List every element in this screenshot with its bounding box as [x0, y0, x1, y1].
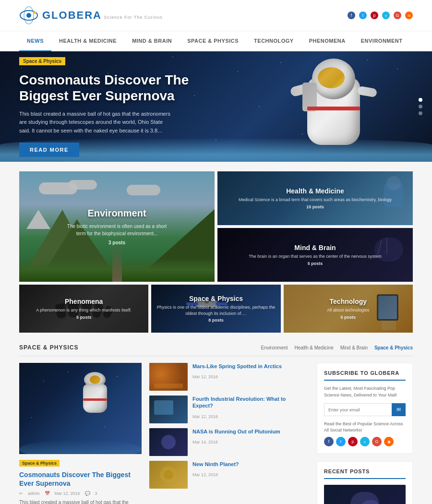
hero-read-more-button[interactable]: READ MORE	[19, 143, 79, 157]
mind-card-content: Mind & Brain The brain is an organ that …	[217, 228, 413, 282]
side-article-3-image	[149, 428, 188, 456]
nav-item-health[interactable]: HEALTH & MEDICINE	[51, 31, 124, 50]
side-article-2-title[interactable]: Fourth Industrial Revolution: What to Ex…	[192, 396, 307, 409]
hero-description: This blast created a massive ball of hot…	[19, 110, 173, 135]
main-content: Environment The biotic environment is of…	[0, 162, 432, 504]
slider-dot-1[interactable]	[419, 98, 422, 102]
sidebar-twitter-icon[interactable]: t	[336, 437, 346, 446]
nav-item-technology[interactable]: TECHNOLOGY	[246, 31, 301, 50]
side-article-3-content: NASA is Running Out of Plutonium Mar 14,…	[192, 428, 307, 445]
subscribe-form: ✉	[324, 403, 406, 416]
rss-icon[interactable]: ☠	[405, 12, 413, 19]
logo-name[interactable]: GLOBERA	[42, 9, 102, 21]
side-article-2-content: Fourth Industrial Revolution: What to Ex…	[192, 396, 307, 420]
environment-card-count: 3 posts	[108, 240, 125, 245]
sidebar-rss-icon[interactable]: ◉	[384, 437, 394, 446]
articles-layout: Space & Physics Cosmonauts Discover The …	[19, 363, 307, 504]
category-card-space[interactable]: Space & Physics Physics is one of the ol…	[151, 285, 280, 333]
side-article-4-title[interactable]: New Ninth Planet?	[192, 461, 307, 468]
filter-environment[interactable]: Environment	[261, 345, 288, 350]
phenomena-card-count: 5 posts	[76, 315, 92, 320]
health-card-content: Health & Medicine Medical Science is a b…	[217, 171, 413, 225]
logo-tagline: Science For The Curious	[104, 15, 162, 20]
side-article-2-image	[149, 396, 188, 423]
side-article-2: Fourth Industrial Revolution: What to Ex…	[149, 396, 307, 423]
health-card-count: 10 posts	[306, 204, 324, 209]
main-article: Space & Physics Cosmonauts Discover The …	[19, 363, 142, 504]
filter-health[interactable]: Health & Medicine	[295, 345, 334, 350]
space-card-title: Space & Physics	[189, 295, 243, 302]
health-card-title: Health & Medicine	[286, 187, 344, 195]
phenomena-card-title: Phenomena	[65, 298, 103, 305]
category-card-technology[interactable]: Technology All about technologies 5 post…	[284, 285, 413, 333]
article-author-icon: ✏	[19, 491, 23, 496]
category-card-health[interactable]: Health & Medicine Medical Science is a b…	[217, 171, 413, 225]
header: GLOBERA Science For The Curious f t p v …	[0, 0, 432, 31]
side-article-1-date: Mar 12, 2016	[192, 374, 218, 379]
side-article-1-title[interactable]: Mars-Like Spring Spotted in Arctics	[192, 363, 307, 370]
hero-title: Cosmonauts Discover The Biggest Ever Sup…	[19, 72, 211, 104]
sidebar-gplus-icon[interactable]: G	[372, 437, 382, 446]
subscribe-box: SUBSCRIBE TO GLOBERA Get the Latest, Mos…	[317, 363, 413, 454]
main-article-tag-wrapper: Space & Physics	[19, 458, 142, 467]
twitter-icon[interactable]: t	[359, 12, 367, 19]
section-filters: Environment Health & Medicine Mind & Bra…	[261, 345, 413, 350]
section-header: SPACE & PHYSICS Environment Health & Med…	[19, 344, 413, 356]
article-comments: 3	[95, 491, 97, 496]
logo-text: GLOBERA Science For The Curious	[42, 9, 163, 22]
slider-dot-3[interactable]	[419, 111, 422, 115]
side-article-3-title[interactable]: NASA is Running Out of Plutonium	[192, 428, 307, 435]
main-article-image	[19, 363, 142, 454]
recent-posts-title: RECENT POSTS	[324, 468, 406, 479]
main-article-meta: ✏ admin 📅 Mar 12, 2016 💬 3	[19, 491, 142, 496]
filter-space[interactable]: Space & Physics	[374, 345, 413, 350]
filter-mind[interactable]: Mind & Brain	[340, 345, 368, 350]
tech-card-title: Technology	[330, 298, 367, 305]
nav-item-environment[interactable]: ENVIRONMENT	[353, 31, 410, 50]
sidebar-vimeo-icon[interactable]: v	[360, 437, 370, 446]
section-title: SPACE & PHYSICS	[19, 344, 78, 351]
subscribe-submit-button[interactable]: ✉	[392, 403, 406, 416]
content-area: Space & Physics Cosmonauts Discover The …	[19, 363, 413, 504]
article-author: admin	[28, 491, 40, 496]
space-card-count: 8 posts	[208, 318, 224, 323]
hero-content: Space & Physics Cosmonauts Discover The …	[0, 51, 230, 162]
nav-item-mind[interactable]: MIND & BRAIN	[124, 31, 180, 50]
category-card-mind[interactable]: Mind & Brain The brain is an organ that …	[217, 228, 413, 282]
phenomena-card-desc: A phenomenon is any thing which manifest…	[36, 307, 132, 313]
environment-card-desc: The biotic environment is often used as …	[64, 223, 170, 237]
mind-card-title: Mind & Brain	[294, 244, 336, 252]
hero-slider-dots	[419, 98, 422, 115]
side-article-3-date: Mar 14, 2016	[192, 440, 218, 444]
sidebar-facebook-icon[interactable]: f	[324, 437, 334, 446]
category-grid-top: Environment The biotic environment is of…	[19, 171, 413, 282]
vimeo-icon[interactable]: v	[382, 12, 390, 19]
googleplus-icon[interactable]: G	[394, 12, 401, 19]
subscribe-email-input[interactable]	[324, 403, 392, 416]
slider-dot-2[interactable]	[419, 105, 422, 108]
svg-point-3	[33, 11, 36, 14]
sidebar-pinterest-icon[interactable]: p	[348, 437, 358, 446]
category-card-environment[interactable]: Environment The biotic environment is of…	[19, 171, 215, 282]
side-article-4-content: New Ninth Planet? Mar 12, 2016	[192, 461, 307, 478]
side-article-4: New Ninth Planet? Mar 12, 2016	[149, 461, 307, 489]
facebook-icon[interactable]: f	[348, 12, 355, 19]
main-article-title[interactable]: Cosmonauts Discover The Biggest Ever Sup…	[19, 470, 142, 488]
category-card-phenomena[interactable]: Phenomena A phenomenon is any thing whic…	[19, 285, 148, 333]
nav-item-phenomena[interactable]: PHENOMENA	[301, 31, 353, 50]
pinterest-icon[interactable]: p	[371, 12, 378, 19]
svg-point-2	[26, 13, 31, 18]
category-right-column: Health & Medicine Medical Science is a b…	[217, 171, 413, 282]
side-article-3: NASA is Running Out of Plutonium Mar 14,…	[149, 428, 307, 456]
nav-item-news[interactable]: NEWS	[19, 31, 51, 51]
side-articles-list: Mars-Like Spring Spotted in Arctics Mar …	[149, 363, 307, 504]
articles-area: Space & Physics Cosmonauts Discover The …	[19, 363, 307, 504]
nav-item-space[interactable]: SPACE & PHYSICS	[180, 31, 246, 50]
tech-card-desc: All about technologies	[327, 307, 369, 313]
subscribe-description: Get the Latest, Most Fascinating Pop Sci…	[324, 385, 406, 398]
article-date-icon: 📅	[45, 491, 50, 496]
side-article-1-image	[149, 363, 188, 391]
social-icons-header: f t p v G ☠	[348, 12, 413, 19]
main-nav: NEWS HEALTH & MEDICINE MIND & BRAIN SPAC…	[0, 31, 432, 51]
side-article-1-content: Mars-Like Spring Spotted in Arctics Mar …	[192, 363, 307, 380]
